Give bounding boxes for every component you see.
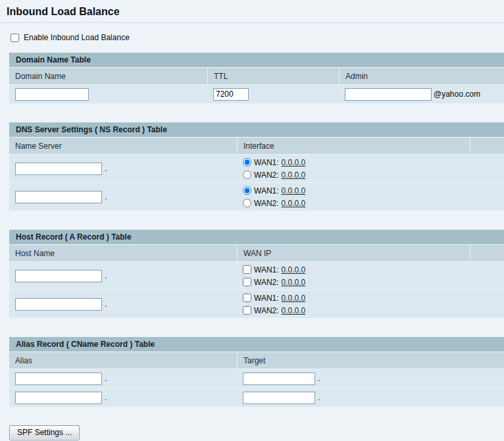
enable-inbound-label: Enable Inbound Load Balance [24,33,130,42]
ns-row-1-dot: . [105,164,107,173]
host-row-2-name-input[interactable] [15,298,102,311]
host-row-1-wan2-checkbox[interactable] [243,278,251,286]
host-row-2-wan2-checkbox[interactable] [243,306,251,315]
host-row-1-wan1-checkbox[interactable] [243,265,251,274]
host-row-2-wan1-ip-link[interactable]: 0.0.0.0 [282,294,306,303]
host-row-2-spacer [470,290,504,318]
ns-row-1-wan1-line: WAN1: 0.0.0.0 [243,157,305,168]
host-row-1-dot: . [105,271,107,280]
alias-row-1-target-input[interactable] [243,373,315,385]
host-row-2: . WAN1: 0.0.0.0 WAN2: 0.0.0.0 [9,290,504,318]
host-table-header: Host Name WAN IP [9,245,504,261]
host-row-2-wan1-line: WAN1: 0.0.0.0 [243,293,305,303]
wan1-label: WAN1: [254,158,279,167]
ns-row-1-wan2-ip-link[interactable]: 0.0.0.0 [282,170,306,180]
ns-row-1-wan2-radio[interactable] [243,170,251,179]
col-header-wan-ip: WAN IP [237,245,470,261]
wan2-label: WAN2: [254,306,279,315]
alias-row-1-target-cell: . [237,369,504,388]
col-header-ttl: TTL [207,68,339,84]
enable-inbound-checkbox[interactable] [11,34,19,42]
ns-row-1: . WAN1: 0.0.0.0 WAN2: 0.0.0.0 [9,155,504,182]
wan2-label: WAN2: [254,199,279,208]
ns-table-header: Name Server Interface [9,138,504,154]
col-header-spacer [470,138,504,154]
admin-domain-suffix: @yahoo.com [434,90,480,99]
enable-inbound-row: Enable Inbound Load Balance [11,32,504,43]
page-title: Inbound Load Balance [7,6,497,18]
host-row-2-dot: . [105,299,107,309]
wan1-label: WAN1: [254,294,279,303]
alias-row-1-target-dot: . [318,374,320,383]
alias-row-1-alias-dot: . [105,374,107,383]
domain-name-input[interactable] [15,88,89,101]
host-row-1-wan2-ip-link[interactable]: 0.0.0.0 [282,278,306,287]
ttl-cell [207,85,339,103]
alias-row-1: . . [9,369,504,388]
alias-row-2-alias-input[interactable] [15,392,102,404]
ns-row-1-name-input[interactable] [15,163,102,175]
alias-row-2-target-cell: . [237,388,504,407]
ns-row-1-interface-cell: WAN1: 0.0.0.0 WAN2: 0.0.0.0 [237,155,470,182]
host-row-1-wanip-cell: WAN1: 0.0.0.0 WAN2: 0.0.0.0 [237,262,470,290]
page-header: Inbound Load Balance [0,0,504,23]
ns-row-2: . WAN1: 0.0.0.0 WAN2: 0.0.0.0 [9,183,504,211]
host-row-1-spacer [470,262,504,290]
host-row-1-name-input[interactable] [15,270,102,282]
col-header-interface: Interface [237,138,470,154]
a-record-table: Host Record ( A Record ) Table Host Name… [9,230,504,318]
ns-row-2-wan2-ip-link[interactable]: 0.0.0.0 [282,199,306,208]
ns-row-2-name-cell: . [9,183,237,211]
alias-table-title: Alias Record ( CName Record ) Table [9,337,504,351]
domain-name-table: Domain Name Table Domain Name TTL Admin … [9,53,504,103]
domain-table-row: @yahoo.com [9,85,504,103]
admin-input[interactable] [345,88,432,101]
host-row-2-wan2-ip-link[interactable]: 0.0.0.0 [282,306,306,315]
ns-row-2-dot: . [105,192,107,201]
wan2-label: WAN2: [254,170,279,180]
ns-row-1-wan2-line: WAN2: 0.0.0.0 [243,170,305,180]
host-row-2-wan1-checkbox[interactable] [243,294,251,302]
col-header-target: Target [237,352,504,369]
host-row-1-wan1-ip-link[interactable]: 0.0.0.0 [282,265,306,274]
alias-row-1-alias-cell: . [9,369,237,388]
ns-row-2-wan1-ip-link[interactable]: 0.0.0.0 [282,186,306,195]
ns-row-2-wan1-radio[interactable] [243,186,251,195]
col-header-spacer [470,245,504,261]
alias-row-2-alias-dot: . [105,393,107,402]
ns-row-1-wan1-radio[interactable] [243,158,251,167]
ns-table-title: DNS Server Settings ( NS Record ) Table [9,122,504,137]
col-header-name-server: Name Server [9,138,237,154]
ns-row-1-wan1-ip-link[interactable]: 0.0.0.0 [282,158,306,167]
host-row-2-name-cell: . [9,290,237,318]
ns-row-2-wan2-radio[interactable] [243,199,251,207]
ttl-input[interactable] [213,88,249,101]
domain-name-cell [9,85,207,103]
domain-table-header: Domain Name TTL Admin [9,68,504,84]
domain-table-title: Domain Name Table [9,53,504,67]
cname-record-table: Alias Record ( CName Record ) Table Alia… [9,337,504,407]
host-row-2-wan2-line: WAN2: 0.0.0.0 [243,305,305,316]
wan1-label: WAN1: [254,265,279,274]
ns-row-2-name-input[interactable] [15,191,102,203]
alias-row-2-target-input[interactable] [243,392,315,404]
col-header-alias: Alias [9,352,237,369]
wan1-label: WAN1: [254,186,279,195]
ns-row-2-interface-cell: WAN1: 0.0.0.0 WAN2: 0.0.0.0 [237,183,470,211]
wan2-label: WAN2: [254,278,279,287]
alias-row-2: . . [9,388,504,407]
ns-row-2-wan1-line: WAN1: 0.0.0.0 [243,186,305,196]
alias-row-2-alias-cell: . [9,388,237,407]
admin-cell: @yahoo.com [339,85,504,103]
host-row-1-name-cell: . [9,262,237,290]
ns-row-2-spacer [470,183,504,211]
ns-row-1-spacer [470,155,504,182]
host-row-1: . WAN1: 0.0.0.0 WAN2: 0.0.0.0 [9,262,504,290]
host-row-1-wan1-line: WAN1: 0.0.0.0 [243,265,305,275]
alias-row-2-target-dot: . [318,393,320,402]
col-header-admin: Admin [339,68,504,84]
alias-row-1-alias-input[interactable] [15,373,102,385]
spf-settings-button[interactable]: SPF Settings ... [9,425,80,440]
col-header-host-name: Host Name [9,245,237,261]
ns-row-2-wan2-line: WAN2: 0.0.0.0 [243,198,305,209]
